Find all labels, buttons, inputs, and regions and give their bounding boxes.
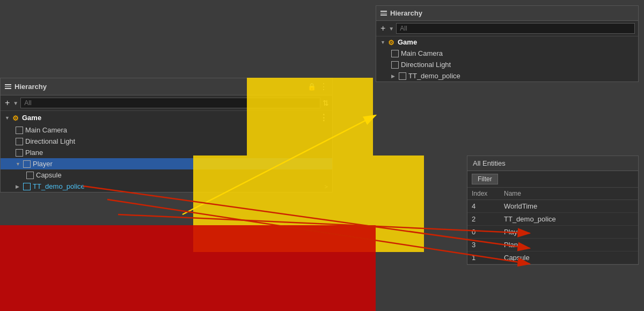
- cube-icon-directional-light-right: [391, 61, 399, 69]
- entities-title: All Entities: [473, 159, 506, 167]
- tree-item-directional-light-right[interactable]: Directional Light: [376, 59, 638, 70]
- tree-label-capsule: Capsule: [36, 171, 62, 179]
- red-annotation-block: [0, 225, 376, 311]
- col-header-index: Index: [472, 190, 504, 197]
- add-button-right[interactable]: +: [379, 24, 386, 33]
- tree-label-tt: TT_demo_police: [33, 182, 85, 190]
- tree-label-tt-right: TT_demo_police: [408, 72, 460, 80]
- dropdown-arrow-main[interactable]: ▼: [13, 100, 18, 106]
- panel-header-right: Hierarchy: [376, 6, 638, 21]
- entity-name-0: WorldTime: [504, 202, 634, 210]
- cube-icon-main-camera: [16, 127, 23, 134]
- entity-name-3: Plane: [504, 241, 634, 249]
- add-button-main[interactable]: +: [4, 99, 11, 107]
- entities-table-header: Index Name: [467, 188, 638, 200]
- hierarchy-title-right: Hierarchy: [390, 9, 422, 17]
- tree-label-player: Player: [33, 160, 53, 168]
- hierarchy-title-main: Hierarchy: [14, 83, 47, 91]
- entity-index-2: 0: [472, 228, 504, 236]
- entity-name-1: TT_demo_police: [504, 215, 634, 223]
- tree-label-main-camera-right: Main Camera: [401, 49, 443, 57]
- cube-icon-directional-light: [16, 138, 23, 145]
- tree-label-plane: Plane: [25, 149, 43, 157]
- entity-index-3: 3: [472, 241, 504, 249]
- hierarchy-panel-right: Hierarchy + ▼ ▼ ⚙ Game Main Camera Direc…: [376, 5, 639, 82]
- entity-index-1: 2: [472, 215, 504, 223]
- tree-label-main-camera: Main Camera: [25, 126, 67, 134]
- tree-item-game-right[interactable]: ▼ ⚙ Game: [376, 36, 638, 48]
- tree-label-game-right: Game: [398, 38, 417, 46]
- entity-row-0[interactable]: 4WorldTime: [467, 200, 638, 213]
- hamburger-icon-right[interactable]: [380, 11, 387, 16]
- entities-header: All Entities: [467, 156, 638, 171]
- col-header-name: Name: [504, 190, 634, 197]
- entity-row-1[interactable]: 2TT_demo_police: [467, 213, 638, 226]
- hamburger-icon[interactable]: [5, 84, 11, 89]
- entity-index-4: 1: [472, 254, 504, 262]
- filter-button[interactable]: Filter: [472, 174, 498, 184]
- entity-row-4[interactable]: 1Capsule: [467, 251, 638, 264]
- entity-index-0: 4: [472, 202, 504, 210]
- entity-name-2: Player: [504, 228, 634, 236]
- collapse-arrow-game-right: ▼: [380, 40, 386, 45]
- cube-icon-capsule: [26, 172, 34, 179]
- cube-icon-main-camera-right: [391, 50, 399, 57]
- unity-icon-game-right: ⚙: [388, 39, 396, 46]
- panel-title-main: Hierarchy: [5, 83, 47, 91]
- cube-icon-plane: [16, 149, 23, 157]
- tree-label-directional-light-right: Directional Light: [401, 61, 451, 69]
- entities-rows-container: 4WorldTime2TT_demo_police0Player3Plane1C…: [467, 200, 638, 264]
- collapse-arrow-game: ▼: [5, 115, 10, 121]
- collapse-arrow-player: ▼: [16, 161, 21, 167]
- entity-row-2[interactable]: 0Player: [467, 226, 638, 239]
- tree-label-directional-light: Directional Light: [25, 137, 75, 145]
- collapse-arrow-tt: ▶: [16, 184, 21, 189]
- tree-label-game: Game: [22, 114, 41, 122]
- entity-name-4: Capsule: [504, 254, 634, 262]
- yellow-annotation-block-2: [247, 78, 373, 156]
- search-input-right[interactable]: [396, 23, 635, 34]
- cube-icon-player: [23, 160, 31, 168]
- cube-icon-tt-right: [399, 72, 406, 80]
- dropdown-arrow-right[interactable]: ▼: [389, 26, 394, 32]
- tree-item-main-camera-right[interactable]: Main Camera: [376, 48, 638, 59]
- panel-title-right: Hierarchy: [380, 9, 422, 17]
- collapse-arrow-tt-right: ▶: [391, 73, 397, 79]
- entity-row-3[interactable]: 3Plane: [467, 239, 638, 251]
- entities-filter: Filter: [467, 171, 638, 188]
- cube-icon-tt-blue: [23, 183, 31, 190]
- toolbar-row-right: + ▼: [376, 21, 638, 36]
- unity-icon-game: ⚙: [12, 114, 20, 122]
- tree-item-tt-right[interactable]: ▶ TT_demo_police: [376, 70, 638, 82]
- entities-panel: All Entities Filter Index Name 4WorldTim…: [467, 156, 639, 265]
